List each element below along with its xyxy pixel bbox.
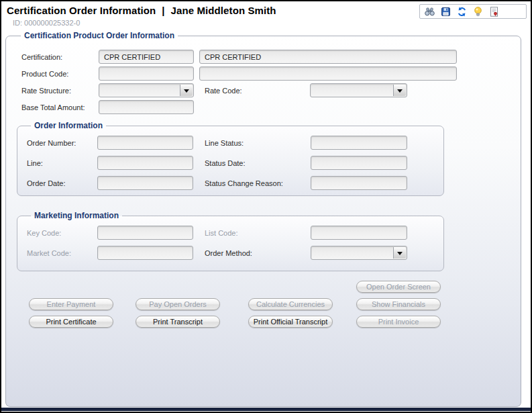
- app-window: Certification Order Information|Jane Mid…: [0, 0, 532, 413]
- key-code-row: Key Code: List Code:: [27, 226, 443, 240]
- open-order-screen-button[interactable]: Open Order Screen: [356, 281, 441, 293]
- lightbulb-icon[interactable]: [472, 6, 484, 17]
- icon-toolbar: [419, 4, 527, 19]
- refresh-icon[interactable]: [456, 6, 468, 17]
- line-field[interactable]: [97, 156, 193, 170]
- order-information-section: Order Information Order Number: Line Sta…: [17, 121, 444, 196]
- marketing-information-section: Marketing Information Key Code: List Cod…: [17, 211, 444, 271]
- product-code-row: Product Code:: [21, 66, 521, 81]
- order-date-row: Order Date: Status Change Reason:: [27, 176, 443, 190]
- page-title-main: Certification Order Information: [7, 5, 156, 16]
- order-number-field[interactable]: [97, 136, 193, 150]
- line-status-field[interactable]: [311, 136, 407, 150]
- line-row: Line: Status Date:: [27, 156, 443, 170]
- print-transcript-button[interactable]: Print Transcript: [136, 316, 220, 328]
- status-change-reason-label: Status Change Reason:: [205, 179, 311, 187]
- market-code-label: Market Code:: [27, 249, 97, 257]
- rate-code-dropdown[interactable]: [310, 83, 407, 97]
- rate-code-label: Rate Code:: [205, 87, 310, 95]
- base-total-amount-label: Base Total Amount:: [21, 103, 99, 111]
- order-number-row: Order Number: Line Status:: [27, 136, 443, 150]
- certification-description-field[interactable]: CPR CERTIFIED: [199, 50, 457, 64]
- product-code-label: Product Code:: [21, 70, 99, 78]
- status-change-reason-field[interactable]: [311, 176, 407, 190]
- order-number-label: Order Number:: [27, 139, 97, 147]
- market-code-field[interactable]: [97, 246, 193, 260]
- status-date-label: Status Date:: [205, 159, 311, 167]
- order-date-label: Order Date:: [27, 179, 97, 187]
- bottom-accent-bar: [1, 408, 531, 411]
- list-code-field[interactable]: [311, 226, 407, 240]
- chevron-down-icon: [397, 89, 403, 95]
- certification-product-order-section: Certification Product Order Information …: [5, 31, 521, 407]
- page-title-person: Jane Middleton Smith: [171, 5, 276, 16]
- product-code-field[interactable]: [99, 66, 194, 81]
- show-financials-button[interactable]: Show Financials: [356, 298, 441, 310]
- action-buttons: Open Order Screen Enter Payment Pay Open…: [17, 281, 521, 333]
- key-code-label: Key Code:: [27, 229, 97, 237]
- chevron-down-icon: [397, 252, 403, 258]
- certification-code-field[interactable]: CPR CERTIFIED: [99, 50, 194, 64]
- line-label: Line:: [27, 159, 97, 167]
- key-code-field[interactable]: [97, 226, 193, 240]
- print-invoice-button[interactable]: Print Invoice: [356, 316, 441, 328]
- order-method-label: Order Method:: [205, 249, 311, 257]
- binoculars-search-icon[interactable]: [424, 6, 435, 17]
- order-date-field[interactable]: [97, 176, 193, 190]
- chevron-down-icon: [184, 89, 189, 95]
- base-total-amount-field[interactable]: [99, 100, 194, 114]
- order-method-dropdown[interactable]: [311, 246, 407, 260]
- print-certificate-button[interactable]: Print Certificate: [29, 316, 113, 328]
- line-status-label: Line Status:: [205, 139, 311, 147]
- order-method-dropdown-button[interactable]: [393, 247, 406, 259]
- title-separator: |: [162, 5, 164, 16]
- status-date-field[interactable]: [311, 156, 407, 170]
- rate-structure-dropdown[interactable]: [99, 83, 194, 97]
- certification-product-order-legend: Certification Product Order Information: [21, 31, 178, 40]
- certificate-report-icon[interactable]: [488, 6, 500, 17]
- print-official-transcript-button[interactable]: Print Official Transcript: [248, 316, 333, 328]
- rate-row: Rate Structure: Rate Code:: [21, 83, 521, 97]
- order-information-legend: Order Information: [31, 121, 106, 130]
- certification-label: Certification:: [21, 53, 99, 61]
- product-code-description-field[interactable]: [199, 66, 457, 81]
- rate-structure-label: Rate Structure:: [21, 87, 99, 95]
- list-code-label: List Code:: [205, 229, 311, 237]
- top-field-rows: Certification: CPR CERTIFIED CPR CERTIFI…: [21, 50, 521, 114]
- market-code-row: Market Code: Order Method:: [27, 246, 443, 260]
- enter-payment-button[interactable]: Enter Payment: [29, 298, 113, 310]
- rate-structure-dropdown-button[interactable]: [180, 85, 193, 96]
- rate-code-dropdown-button[interactable]: [393, 85, 406, 96]
- save-icon[interactable]: [440, 6, 451, 17]
- marketing-information-legend: Marketing Information: [31, 211, 122, 220]
- certification-row: Certification: CPR CERTIFIED CPR CERTIFI…: [21, 50, 521, 64]
- pay-open-orders-button[interactable]: Pay Open Orders: [136, 298, 220, 310]
- calculate-currencies-button[interactable]: Calculate Currencies: [248, 298, 333, 310]
- base-total-amount-row: Base Total Amount:: [21, 100, 521, 114]
